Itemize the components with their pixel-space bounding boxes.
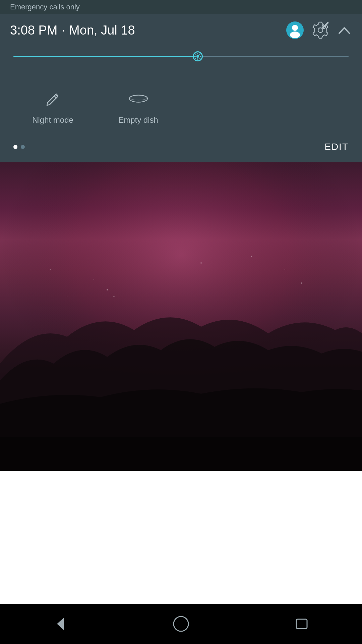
empty-dish-icon-container	[126, 87, 150, 111]
empty-dish-toggle[interactable]: Empty dish	[96, 80, 181, 131]
brightness-slider[interactable]	[13, 50, 349, 63]
recents-icon	[292, 614, 312, 634]
svg-point-27	[67, 296, 67, 297]
recents-button[interactable]	[285, 614, 318, 634]
svg-point-20	[114, 296, 115, 297]
status-bar: Emergency calls only	[0, 0, 362, 14]
svg-point-25	[301, 282, 302, 284]
brightness-sun-icon	[194, 52, 202, 60]
slider-track	[13, 56, 349, 57]
page-dot-2[interactable]	[21, 145, 25, 149]
person-icon	[286, 21, 304, 40]
home-button[interactable]	[164, 614, 198, 634]
svg-point-2	[290, 32, 300, 38]
header-row: 3:08 PM · Mon, Jul 18	[10, 21, 352, 40]
svg-point-26	[50, 269, 51, 270]
settings-wrench-icon	[311, 21, 330, 40]
header-icons	[286, 21, 352, 40]
svg-point-24	[285, 269, 285, 270]
svg-point-6	[196, 55, 199, 58]
dish-icon	[128, 94, 148, 104]
back-icon	[50, 614, 70, 634]
back-button[interactable]	[44, 614, 77, 634]
collapse-button[interactable]	[337, 22, 352, 38]
svg-point-1	[292, 25, 298, 31]
time-display: 3:08 PM	[10, 23, 58, 38]
chevron-up-icon	[337, 22, 352, 38]
pencil-icon	[45, 91, 61, 107]
night-mode-icon-container	[41, 87, 65, 111]
status-bar-text: Emergency calls only	[10, 3, 80, 11]
svg-point-16	[129, 95, 147, 102]
svg-line-15	[54, 96, 56, 98]
svg-point-19	[107, 289, 108, 290]
svg-point-23	[251, 256, 252, 257]
svg-rect-28	[0, 437, 362, 471]
svg-point-17	[129, 95, 147, 100]
home-icon	[171, 614, 191, 634]
edit-button[interactable]: EDIT	[324, 142, 349, 152]
slider-thumb-inner	[193, 51, 203, 61]
svg-point-22	[200, 262, 202, 264]
wallpaper-area	[0, 162, 362, 471]
toggle-grid: Night mode Empty dish	[10, 76, 352, 135]
time-date: 3:08 PM · Mon, Jul 18	[10, 23, 135, 38]
settings-button[interactable]	[311, 21, 330, 40]
separator: ·	[62, 23, 65, 38]
night-mode-label: Night mode	[32, 115, 73, 125]
svg-rect-31	[296, 619, 307, 629]
nav-bar	[0, 604, 362, 644]
date-display: Mon, Jul 18	[69, 23, 135, 38]
svg-marker-29	[57, 618, 64, 630]
svg-line-12	[200, 58, 200, 59]
svg-line-11	[195, 54, 196, 54]
svg-point-3	[318, 28, 323, 33]
empty-dish-label: Empty dish	[118, 115, 158, 125]
svg-point-21	[94, 279, 94, 280]
quick-settings-panel: 3:08 PM · Mon, Jul 18	[0, 14, 362, 162]
person-icon-button[interactable]	[286, 21, 304, 40]
dots-container	[13, 145, 25, 149]
pagination-row: EDIT	[10, 142, 352, 152]
night-mode-toggle[interactable]: Night mode	[10, 80, 96, 131]
mountain-silhouette	[0, 162, 362, 471]
brightness-row	[10, 50, 352, 63]
page-dot-1[interactable]	[13, 145, 17, 149]
svg-line-13	[200, 54, 200, 54]
slider-thumb[interactable]	[192, 50, 204, 62]
svg-line-14	[195, 58, 196, 59]
svg-point-30	[174, 616, 188, 631]
